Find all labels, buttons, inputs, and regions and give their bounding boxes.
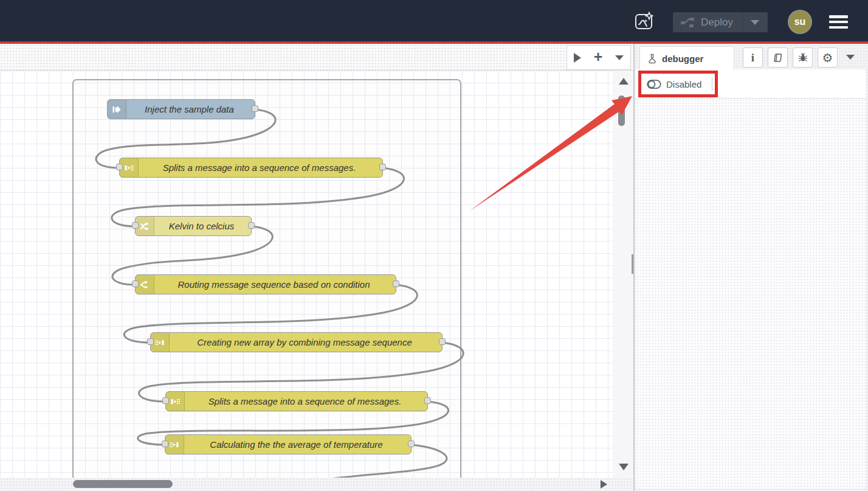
vertical-scroll-thumb[interactable] xyxy=(618,96,625,126)
node-label: Creating new array by combining message … xyxy=(170,337,442,347)
workspace-tabbar xyxy=(0,44,633,71)
horizontal-scroll-thumb[interactable] xyxy=(73,480,173,488)
sidebar-menu-chevron-icon[interactable] xyxy=(846,55,855,60)
vertical-scrollbar[interactable] xyxy=(613,71,633,478)
avatar-initials: su xyxy=(794,16,806,27)
add-flow-button[interactable]: + xyxy=(594,49,603,64)
scroll-down-icon[interactable] xyxy=(619,464,629,470)
menu-bar-icon xyxy=(829,15,848,18)
output-port[interactable] xyxy=(408,441,415,447)
output-port[interactable] xyxy=(393,280,399,287)
info-button[interactable]: i xyxy=(743,47,763,68)
menu-bar-icon xyxy=(829,21,848,24)
workspace-tab-toolbar: + xyxy=(567,45,631,70)
debug-messages-area xyxy=(636,99,866,489)
node-average[interactable]: Calculating the the average of temperatu… xyxy=(165,434,412,454)
menu-bar-icon xyxy=(829,26,848,29)
node-label: Kelvin to celcius xyxy=(154,221,251,231)
input-port[interactable] xyxy=(132,222,139,229)
toggle-off-icon xyxy=(647,79,661,89)
flask-icon xyxy=(648,54,656,64)
node-change[interactable]: Kelvin to celcius xyxy=(135,216,252,236)
node-switch[interactable]: Routing message sequence based on condit… xyxy=(135,274,396,294)
gear-icon: ⚙ xyxy=(822,52,833,64)
deploy-nodes-icon xyxy=(680,17,695,28)
right-sidebar: debugger i ⚙ xyxy=(635,44,868,491)
inject-icon xyxy=(108,100,126,119)
output-port[interactable] xyxy=(379,164,386,170)
toolbar-separator xyxy=(712,77,712,91)
book-icon xyxy=(773,52,784,63)
input-port[interactable] xyxy=(132,280,139,287)
node-label: Calculating the the average of temperatu… xyxy=(184,439,411,450)
node-label: Inject the sample data xyxy=(126,104,255,114)
scroll-tabs-right-icon[interactable] xyxy=(574,53,581,63)
input-port[interactable] xyxy=(116,164,123,170)
node-label: Splits a message into a sequence of mess… xyxy=(139,162,382,173)
deploy-divider xyxy=(742,12,743,32)
disabled-toggle-button[interactable]: Disabled xyxy=(666,79,701,89)
scroll-right-icon[interactable] xyxy=(601,480,607,489)
input-port[interactable] xyxy=(147,338,154,345)
deploy-label: Deploy xyxy=(701,16,742,29)
debug-button[interactable] xyxy=(793,47,813,68)
disabled-highlight-box: Disabled xyxy=(638,71,718,97)
horizontal-scrollbar[interactable] xyxy=(0,478,633,491)
tab-debugger[interactable]: debugger xyxy=(639,46,734,70)
node-label: Routing message sequence based on condit… xyxy=(154,279,396,290)
settings-button[interactable]: ⚙ xyxy=(818,47,838,68)
bug-icon xyxy=(797,52,808,63)
flow-canvas[interactable]: Inject the sample data Splits a message … xyxy=(0,71,613,478)
node-split[interactable]: Splits a message into a sequence of mess… xyxy=(119,158,383,178)
output-port[interactable] xyxy=(439,338,446,345)
output-port[interactable] xyxy=(248,222,255,229)
input-port[interactable] xyxy=(162,441,168,447)
deploy-chevron-icon[interactable] xyxy=(751,20,759,25)
output-port[interactable] xyxy=(424,397,431,404)
output-port[interactable] xyxy=(252,105,258,112)
help-button[interactable] xyxy=(768,47,788,68)
tab-label: debugger xyxy=(662,54,703,64)
info-icon: i xyxy=(751,51,754,64)
input-port[interactable] xyxy=(162,397,169,404)
node-split[interactable]: Splits a message into a sequence of mess… xyxy=(165,391,428,411)
node-label: Splits a message into a sequence of mess… xyxy=(185,396,427,406)
debug-toolbar: Disabled xyxy=(636,69,866,99)
main-menu-button[interactable] xyxy=(829,15,848,29)
node-join[interactable]: Creating new array by combining message … xyxy=(150,332,443,352)
scroll-up-icon[interactable] xyxy=(619,78,629,85)
deploy-button[interactable]: Deploy xyxy=(673,12,768,32)
app-header: Deploy su xyxy=(0,0,868,41)
flow-list-chevron-icon[interactable] xyxy=(615,55,624,60)
user-avatar[interactable]: su xyxy=(789,11,811,33)
assistant-icon[interactable] xyxy=(634,10,655,31)
node-inject[interactable]: Inject the sample data xyxy=(107,99,255,119)
